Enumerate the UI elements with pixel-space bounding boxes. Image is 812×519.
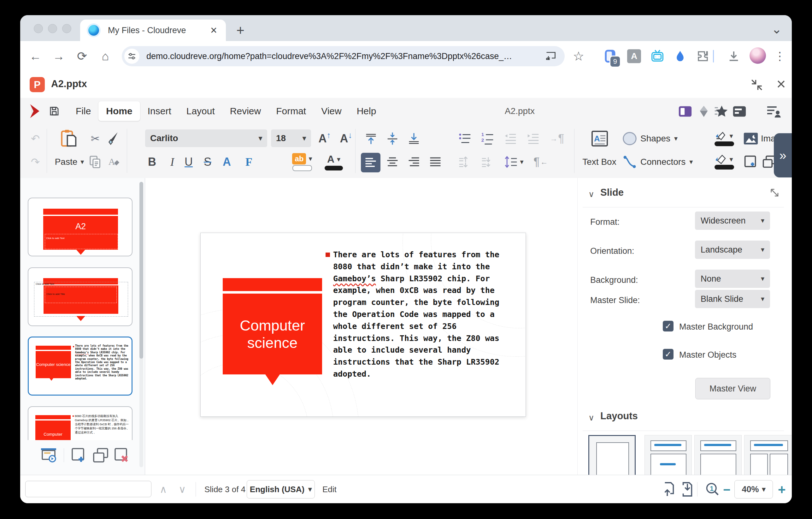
drop-extension-icon[interactable] [673, 49, 688, 64]
advanced-settings-icon[interactable] [770, 188, 780, 198]
align-text-middle-icon[interactable] [384, 130, 401, 148]
browser-menu-kebab-icon[interactable]: ⋮ [772, 48, 788, 64]
layout-title-only-content[interactable] [694, 435, 742, 475]
line-spacing-button[interactable]: ▾ [501, 153, 526, 171]
italic-button[interactable]: I [165, 153, 179, 171]
shape-fill-button[interactable]: ▾ [710, 153, 739, 171]
increment-font-size-icon[interactable]: A ↑ [316, 130, 334, 148]
decrement-font-size-icon[interactable]: A ↓ [337, 130, 355, 148]
menu-home[interactable]: Home [98, 101, 140, 121]
master-slide-select[interactable]: Blank Slide ▾ [695, 290, 770, 308]
add-slide-icon[interactable] [743, 153, 759, 171]
clear-style-icon[interactable]: A [106, 153, 121, 171]
bookmark-star-icon[interactable]: ☆ [570, 48, 587, 64]
start-slideshow-icon[interactable] [40, 448, 57, 463]
format-select[interactable]: Widescreen ▾ [695, 212, 770, 230]
find-next-icon[interactable]: ∨ [178, 483, 186, 495]
card-icon[interactable] [732, 105, 746, 117]
shape-settings-icon[interactable] [697, 105, 710, 118]
minimize-window-button[interactable] [48, 24, 57, 33]
zoom-100-icon[interactable]: 1 [705, 482, 719, 496]
justify-button[interactable] [427, 153, 444, 171]
layout-title-content[interactable] [644, 435, 692, 475]
slide-canvas[interactable]: Computer science There are lots of featu… [200, 233, 526, 417]
text-box-icon[interactable]: A [582, 130, 617, 148]
add-slide-button[interactable] [71, 447, 87, 463]
tv-extension-icon[interactable] [650, 49, 665, 64]
url-bar[interactable]: demo.cloudreve.org/home?path=cloudreve%3… [122, 46, 565, 66]
font-size-select[interactable]: 18 ▾ [271, 130, 311, 147]
char-shadow-button[interactable]: A [219, 153, 235, 171]
favorites-star-icon[interactable] [714, 105, 728, 118]
callout-title-shape[interactable]: Computer science [223, 294, 322, 375]
downloads-icon[interactable] [726, 49, 741, 64]
highlight-color-button[interactable]: ab ▾ [287, 153, 317, 171]
align-center-button[interactable] [384, 153, 401, 171]
tab-close-icon[interactable]: × [208, 25, 220, 36]
image-icon[interactable] [743, 130, 759, 148]
callout-bar-shape[interactable] [223, 278, 322, 291]
a-extension-icon[interactable]: A [627, 49, 642, 64]
paste-button[interactable]: Paste ▾ [51, 153, 88, 171]
menu-layout[interactable]: Layout [179, 101, 223, 121]
orientation-select[interactable]: Landscape ▾ [695, 241, 770, 259]
undo-icon[interactable]: ↶ [28, 130, 43, 148]
toolbar-expand-button[interactable]: » [774, 133, 792, 177]
increase-indent-icon[interactable] [524, 130, 542, 148]
text-direction-icon[interactable]: → ¶ [548, 130, 567, 148]
sidebar-extension-icon[interactable]: 9 [603, 49, 618, 64]
thumbnail-scrollbar-thumb[interactable] [139, 182, 143, 359]
zoom-in-button[interactable]: + [778, 482, 786, 497]
master-view-button[interactable]: Master View [695, 378, 771, 399]
shapes-button[interactable]: Shapes ▾ [640, 130, 691, 148]
char-outline-button[interactable]: F [241, 153, 257, 171]
slide-fill-button[interactable]: ▾ [710, 130, 739, 148]
layout-two-content[interactable] [744, 435, 792, 475]
bullets-button[interactable] [456, 130, 474, 148]
copy-icon[interactable] [88, 153, 103, 171]
language-select[interactable]: English (USA) ▾ [247, 480, 315, 498]
menu-file[interactable]: File [68, 101, 98, 121]
feedback-icon[interactable] [766, 105, 781, 118]
move-up-icon[interactable] [456, 153, 474, 171]
browser-tab[interactable]: My Files - Cloudreve × [80, 20, 226, 41]
slide-thumbnail-4[interactable]: Computer 8080 芯片的很多功能都没有加入 Gameboy 的夏普 L… [28, 406, 133, 440]
extensions-puzzle-icon[interactable] [695, 49, 710, 64]
align-left-button-active[interactable] [361, 153, 380, 172]
search-input[interactable] [25, 481, 151, 497]
home-icon[interactable]: ⌂ [97, 48, 114, 64]
align-text-bottom-icon[interactable] [405, 130, 423, 148]
master-objects-checkbox[interactable]: ✓ [663, 349, 673, 360]
fit-slide-icon[interactable] [663, 482, 676, 497]
zoom-window-button[interactable] [62, 24, 71, 33]
site-settings-icon[interactable] [124, 49, 139, 64]
back-icon[interactable]: ← [27, 48, 44, 64]
url-text[interactable]: demo.cloudreve.org/home?path=cloudreve%3… [146, 51, 545, 61]
menu-view[interactable]: View [314, 101, 349, 121]
strikethrough-button[interactable]: S [200, 153, 215, 171]
save-icon[interactable] [49, 105, 60, 117]
paste-icon[interactable] [53, 130, 85, 148]
font-name-select[interactable]: Carlito ▾ [145, 130, 267, 147]
duplicate-slide-button[interactable] [92, 447, 109, 463]
close-window-button[interactable] [34, 24, 43, 33]
menu-help[interactable]: Help [349, 101, 384, 121]
master-background-checkbox[interactable]: ✓ [663, 321, 673, 331]
paragraph-settings-icon[interactable]: ¶ ← [531, 153, 550, 171]
font-color-button[interactable]: A ▾ [320, 153, 347, 171]
decrease-indent-icon[interactable] [501, 130, 519, 148]
numbering-button[interactable]: 1 2 [479, 130, 496, 148]
text-box-button[interactable]: Text Box [577, 153, 621, 171]
redo-icon[interactable]: ↷ [28, 153, 43, 171]
install-app-icon[interactable] [545, 51, 556, 62]
collapse-slide-section-icon[interactable]: ∨ [588, 189, 594, 199]
close-preview-icon[interactable]: × [773, 76, 789, 92]
zoom-out-button[interactable]: − [723, 483, 730, 497]
forward-icon[interactable]: → [51, 48, 67, 64]
find-previous-icon[interactable]: ∧ [160, 483, 167, 495]
format-painter-icon[interactable] [106, 130, 121, 148]
background-select[interactable]: None ▾ [695, 270, 770, 288]
tab-search-icon[interactable]: ⌄ [768, 21, 785, 37]
new-tab-button[interactable]: + [232, 22, 249, 38]
underline-button[interactable]: U [181, 153, 196, 171]
